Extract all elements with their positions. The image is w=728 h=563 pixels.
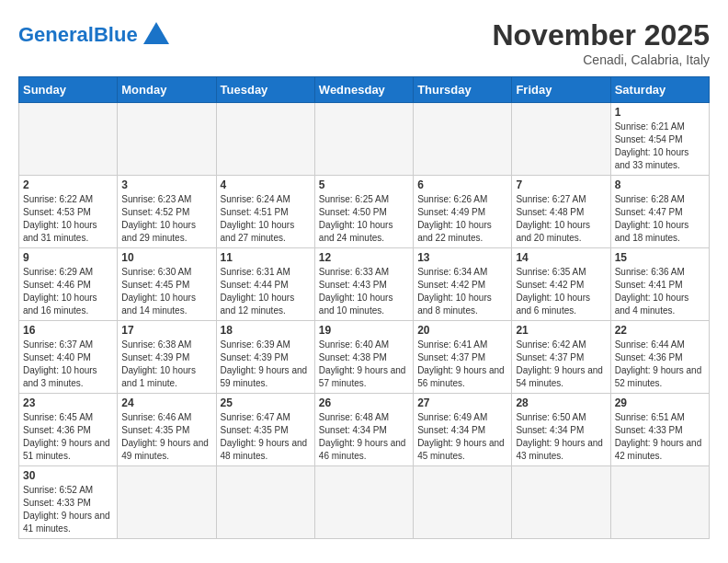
calendar-cell: 8Sunrise: 6:28 AM Sunset: 4:47 PM Daylig… — [610, 176, 709, 248]
day-number: 16 — [23, 324, 113, 337]
calendar-cell: 24Sunrise: 6:46 AM Sunset: 4:35 PM Dayli… — [118, 394, 216, 466]
calendar-cell: 25Sunrise: 6:47 AM Sunset: 4:35 PM Dayli… — [216, 394, 314, 466]
calendar-cell — [314, 103, 413, 176]
day-info: Sunrise: 6:28 AM Sunset: 4:47 PM Dayligh… — [615, 193, 705, 245]
day-info: Sunrise: 6:44 AM Sunset: 4:36 PM Dayligh… — [615, 339, 705, 390]
day-info: Sunrise: 6:23 AM Sunset: 4:52 PM Dayligh… — [121, 193, 211, 245]
calendar-cell — [216, 103, 314, 176]
calendar-cell: 15Sunrise: 6:36 AM Sunset: 4:41 PM Dayli… — [610, 248, 709, 321]
calendar-cell: 26Sunrise: 6:48 AM Sunset: 4:34 PM Dayli… — [314, 394, 413, 466]
calendar-cell — [19, 103, 118, 176]
logo-blue: Blue — [94, 23, 138, 46]
day-number: 19 — [319, 324, 409, 337]
day-number: 28 — [516, 396, 606, 409]
day-number: 29 — [615, 396, 705, 409]
calendar-cell: 11Sunrise: 6:31 AM Sunset: 4:44 PM Dayli… — [216, 248, 314, 321]
day-info: Sunrise: 6:33 AM Sunset: 4:43 PM Dayligh… — [319, 266, 409, 317]
day-number: 3 — [121, 178, 211, 191]
calendar-cell: 12Sunrise: 6:33 AM Sunset: 4:43 PM Dayli… — [314, 248, 413, 321]
calendar-week-6: 30Sunrise: 6:52 AM Sunset: 4:33 PM Dayli… — [19, 466, 710, 539]
calendar-cell: 6Sunrise: 6:26 AM Sunset: 4:49 PM Daylig… — [414, 176, 512, 248]
day-info: Sunrise: 6:51 AM Sunset: 4:33 PM Dayligh… — [615, 411, 705, 463]
calendar-header-row: Sunday Monday Tuesday Wednesday Thursday… — [19, 77, 710, 103]
calendar-cell — [118, 466, 216, 539]
day-number: 26 — [319, 396, 409, 409]
calendar-cell: 29Sunrise: 6:51 AM Sunset: 4:33 PM Dayli… — [610, 394, 709, 466]
calendar-cell: 3Sunrise: 6:23 AM Sunset: 4:52 PM Daylig… — [118, 176, 216, 248]
day-number: 13 — [417, 251, 507, 264]
col-thursday: Thursday — [414, 77, 512, 103]
day-number: 21 — [516, 324, 606, 337]
day-info: Sunrise: 6:31 AM Sunset: 4:44 PM Dayligh… — [221, 266, 311, 317]
day-info: Sunrise: 6:26 AM Sunset: 4:49 PM Dayligh… — [417, 193, 507, 245]
day-info: Sunrise: 6:37 AM Sunset: 4:40 PM Dayligh… — [23, 339, 113, 390]
day-info: Sunrise: 6:47 AM Sunset: 4:35 PM Dayligh… — [221, 411, 311, 463]
day-info: Sunrise: 6:25 AM Sunset: 4:50 PM Dayligh… — [319, 193, 409, 245]
calendar-week-1: 1Sunrise: 6:21 AM Sunset: 4:54 PM Daylig… — [19, 103, 710, 176]
header: GeneralBlue November 2025 Cenadi, Calabr… — [18, 18, 710, 67]
calendar-cell: 5Sunrise: 6:25 AM Sunset: 4:50 PM Daylig… — [314, 176, 413, 248]
calendar-cell — [314, 466, 413, 539]
calendar-cell: 13Sunrise: 6:34 AM Sunset: 4:42 PM Dayli… — [414, 248, 512, 321]
day-info: Sunrise: 6:48 AM Sunset: 4:34 PM Dayligh… — [319, 411, 409, 463]
title-block: November 2025 Cenadi, Calabria, Italy — [492, 18, 710, 67]
day-number: 24 — [121, 396, 211, 409]
col-tuesday: Tuesday — [216, 77, 314, 103]
calendar-cell: 10Sunrise: 6:30 AM Sunset: 4:45 PM Dayli… — [118, 248, 216, 321]
col-monday: Monday — [118, 77, 216, 103]
day-info: Sunrise: 6:41 AM Sunset: 4:37 PM Dayligh… — [417, 339, 507, 390]
calendar-cell: 4Sunrise: 6:24 AM Sunset: 4:51 PM Daylig… — [216, 176, 314, 248]
day-number: 27 — [417, 396, 507, 409]
calendar-week-5: 23Sunrise: 6:45 AM Sunset: 4:36 PM Dayli… — [19, 394, 710, 466]
logo-icon — [140, 18, 173, 52]
day-number: 8 — [615, 178, 705, 191]
calendar-cell: 20Sunrise: 6:41 AM Sunset: 4:37 PM Dayli… — [414, 321, 512, 394]
calendar-cell: 14Sunrise: 6:35 AM Sunset: 4:42 PM Dayli… — [512, 248, 610, 321]
day-number: 20 — [417, 324, 507, 337]
day-info: Sunrise: 6:46 AM Sunset: 4:35 PM Dayligh… — [121, 411, 211, 463]
day-number: 18 — [221, 324, 311, 337]
calendar-cell: 19Sunrise: 6:40 AM Sunset: 4:38 PM Dayli… — [314, 321, 413, 394]
calendar-week-4: 16Sunrise: 6:37 AM Sunset: 4:40 PM Dayli… — [19, 321, 710, 394]
day-info: Sunrise: 6:30 AM Sunset: 4:45 PM Dayligh… — [121, 266, 211, 317]
svg-marker-0 — [143, 22, 169, 44]
calendar-cell: 27Sunrise: 6:49 AM Sunset: 4:34 PM Dayli… — [414, 394, 512, 466]
day-number: 10 — [121, 251, 211, 264]
day-info: Sunrise: 6:49 AM Sunset: 4:34 PM Dayligh… — [417, 411, 507, 463]
calendar-cell: 30Sunrise: 6:52 AM Sunset: 4:33 PM Dayli… — [19, 466, 118, 539]
calendar-week-3: 9Sunrise: 6:29 AM Sunset: 4:46 PM Daylig… — [19, 248, 710, 321]
day-number: 14 — [516, 251, 606, 264]
day-number: 25 — [221, 396, 311, 409]
calendar-cell: 28Sunrise: 6:50 AM Sunset: 4:34 PM Dayli… — [512, 394, 610, 466]
calendar-cell — [414, 466, 512, 539]
col-wednesday: Wednesday — [314, 77, 413, 103]
day-info: Sunrise: 6:38 AM Sunset: 4:39 PM Dayligh… — [121, 339, 211, 390]
day-info: Sunrise: 6:39 AM Sunset: 4:39 PM Dayligh… — [221, 339, 311, 390]
day-info: Sunrise: 6:40 AM Sunset: 4:38 PM Dayligh… — [319, 339, 409, 390]
day-info: Sunrise: 6:42 AM Sunset: 4:37 PM Dayligh… — [516, 339, 606, 390]
calendar-cell: 18Sunrise: 6:39 AM Sunset: 4:39 PM Dayli… — [216, 321, 314, 394]
day-number: 6 — [417, 178, 507, 191]
day-number: 30 — [23, 469, 113, 482]
day-info: Sunrise: 6:27 AM Sunset: 4:48 PM Dayligh… — [516, 193, 606, 245]
day-info: Sunrise: 6:45 AM Sunset: 4:36 PM Dayligh… — [23, 411, 113, 463]
col-friday: Friday — [512, 77, 610, 103]
day-number: 17 — [121, 324, 211, 337]
logo-general: General — [18, 23, 94, 46]
day-number: 23 — [23, 396, 113, 409]
calendar-cell: 1Sunrise: 6:21 AM Sunset: 4:54 PM Daylig… — [610, 103, 709, 176]
calendar-cell: 16Sunrise: 6:37 AM Sunset: 4:40 PM Dayli… — [19, 321, 118, 394]
day-info: Sunrise: 6:34 AM Sunset: 4:42 PM Dayligh… — [417, 266, 507, 317]
day-info: Sunrise: 6:35 AM Sunset: 4:42 PM Dayligh… — [516, 266, 606, 317]
day-info: Sunrise: 6:52 AM Sunset: 4:33 PM Dayligh… — [23, 484, 113, 535]
day-info: Sunrise: 6:50 AM Sunset: 4:34 PM Dayligh… — [516, 411, 606, 463]
calendar-cell: 17Sunrise: 6:38 AM Sunset: 4:39 PM Dayli… — [118, 321, 216, 394]
calendar-cell — [610, 466, 709, 539]
col-saturday: Saturday — [610, 77, 709, 103]
logo-text: GeneralBlue — [18, 23, 138, 47]
calendar: Sunday Monday Tuesday Wednesday Thursday… — [18, 76, 710, 539]
day-number: 4 — [221, 178, 311, 191]
day-number: 11 — [221, 251, 311, 264]
day-number: 22 — [615, 324, 705, 337]
calendar-cell: 22Sunrise: 6:44 AM Sunset: 4:36 PM Dayli… — [610, 321, 709, 394]
